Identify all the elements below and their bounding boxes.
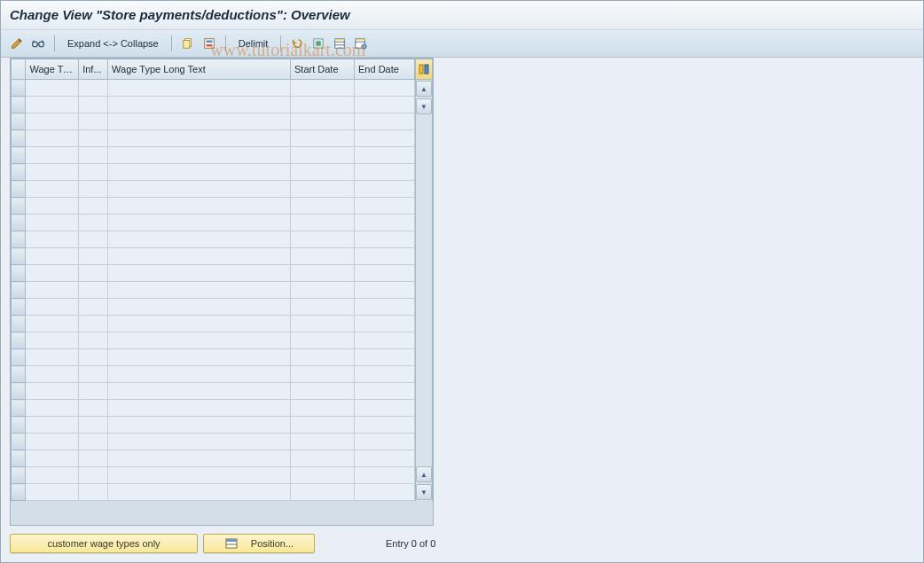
cell[interactable] [79,181,108,198]
expand-collapse-button[interactable]: Expand <-> Collapse [62,36,164,51]
scroll-down-icon[interactable]: ▼ [416,98,432,114]
cell[interactable] [108,332,291,349]
cell[interactable] [79,164,108,181]
cell[interactable] [355,80,415,97]
cell[interactable] [108,484,291,501]
cell[interactable] [79,450,108,467]
cell[interactable] [290,265,354,282]
cell[interactable] [26,164,79,181]
cell[interactable] [108,434,291,450]
row-selector[interactable] [12,417,26,434]
cell[interactable] [355,383,415,400]
cell[interactable] [108,282,291,299]
cell[interactable] [79,349,108,366]
cell[interactable] [290,164,354,181]
cell[interactable] [79,366,108,383]
row-selector[interactable] [12,97,26,113]
cell[interactable] [290,198,354,215]
cell[interactable] [290,349,354,366]
cell[interactable] [79,434,108,450]
cell[interactable] [108,130,291,147]
table-icon[interactable] [331,35,348,52]
cell[interactable] [355,450,415,467]
cell[interactable] [79,80,108,97]
cell[interactable] [79,198,108,215]
scroll-bottom-icon[interactable]: ▼ [416,484,432,500]
cell[interactable] [290,366,354,383]
table-settings-icon[interactable] [352,35,370,52]
cell[interactable] [108,450,291,467]
cell[interactable] [26,80,79,97]
row-selector[interactable] [12,181,26,198]
cell[interactable] [108,265,291,282]
cell[interactable] [108,215,291,231]
cell[interactable] [355,198,415,215]
select-all-icon[interactable] [309,35,327,52]
cell[interactable] [79,130,108,147]
cell[interactable] [26,231,79,248]
row-selector[interactable] [12,265,26,282]
cell[interactable] [26,215,79,231]
cell[interactable] [26,349,79,366]
cell[interactable] [79,400,108,417]
cell[interactable] [290,248,354,265]
cell[interactable] [355,164,415,181]
cell[interactable] [26,434,79,450]
row-selector[interactable] [12,366,26,383]
cell[interactable] [355,417,415,434]
cell[interactable] [108,97,291,113]
column-header[interactable]: Inf... [79,59,108,80]
cell[interactable] [26,299,79,316]
scroll-up-icon[interactable]: ▲ [416,81,432,97]
row-selector[interactable] [12,231,26,248]
cell[interactable] [26,467,79,484]
cell[interactable] [108,147,291,164]
cell[interactable] [355,147,415,164]
row-selector[interactable] [12,450,26,467]
cell[interactable] [26,198,79,215]
cell[interactable] [290,299,354,316]
row-selector[interactable] [12,248,26,265]
cell[interactable] [26,130,79,147]
cell[interactable] [108,248,291,265]
cell[interactable] [355,366,415,383]
cell[interactable] [26,484,79,501]
cell[interactable] [79,215,108,231]
column-header[interactable]: End Date [355,59,415,80]
cell[interactable] [26,366,79,383]
cell[interactable] [26,147,79,164]
row-selector[interactable] [12,434,26,450]
cell[interactable] [108,366,291,383]
cell[interactable] [290,231,354,248]
cell[interactable] [355,484,415,501]
row-selector[interactable] [12,316,26,332]
customer-wage-types-button[interactable]: customer wage types only [10,534,198,553]
cell[interactable] [108,417,291,434]
cell[interactable] [79,265,108,282]
row-selector[interactable] [12,484,26,501]
cell[interactable] [290,80,354,97]
cell[interactable] [355,130,415,147]
cell[interactable] [290,417,354,434]
edit-icon[interactable] [8,35,26,52]
cell[interactable] [79,248,108,265]
cell[interactable] [108,80,291,97]
cell[interactable] [290,434,354,450]
cell[interactable] [355,97,415,113]
position-button[interactable]: Position... [203,534,315,553]
cell[interactable] [355,181,415,198]
cell[interactable] [290,484,354,501]
cell[interactable] [290,282,354,299]
copy-icon[interactable] [179,35,197,52]
cell[interactable] [108,113,291,130]
cell[interactable] [79,332,108,349]
cell[interactable] [108,400,291,417]
cell[interactable] [108,316,291,332]
cell[interactable] [26,265,79,282]
select-block-icon[interactable] [200,35,218,52]
row-selector[interactable] [12,130,26,147]
cell[interactable] [108,349,291,366]
row-selector[interactable] [12,113,26,130]
cell[interactable] [79,417,108,434]
delimit-button[interactable]: Delimit [233,36,274,51]
